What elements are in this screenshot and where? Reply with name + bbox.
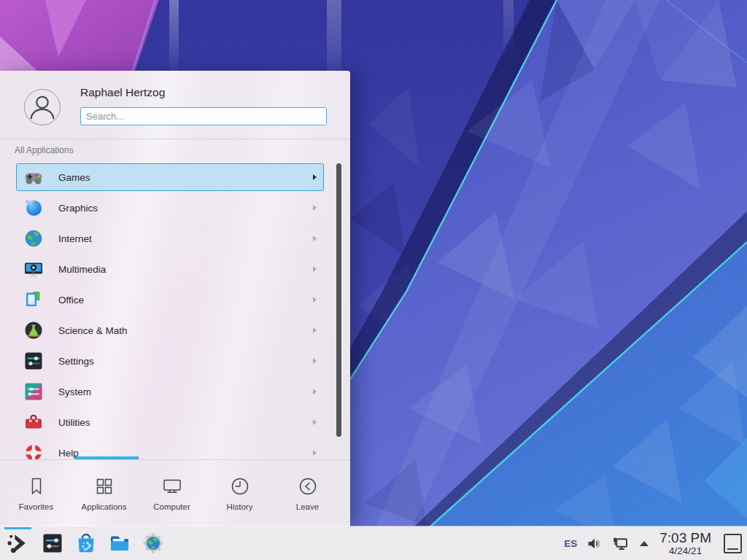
favorites-icon (26, 475, 47, 497)
separator (0, 139, 350, 139)
tab-label: Leave (296, 502, 319, 511)
app-category-label: Science & Math (58, 325, 128, 336)
help-icon (23, 443, 44, 459)
web-browser-icon (142, 532, 164, 554)
taskbar: ES 7:03 PM 4/24/21 (0, 526, 747, 560)
app-category-label: Graphics (58, 203, 98, 214)
app-launcher-button[interactable] (5, 526, 31, 560)
computer-icon (161, 475, 183, 497)
volume-icon[interactable] (587, 536, 602, 551)
submenu-arrow-icon (313, 205, 317, 211)
office-icon (23, 289, 44, 310)
clock-date: 4/24/21 (659, 546, 711, 556)
active-tab-indicator (75, 456, 139, 459)
submenu-arrow-icon (313, 236, 317, 241)
app-category-science-math[interactable]: Science & Math (16, 316, 324, 344)
app-category-label: Internet (58, 233, 92, 244)
app-category-label: System (58, 386, 91, 397)
settings-icon (23, 351, 44, 371)
app-category-utilities[interactable]: Utilities (16, 408, 324, 436)
scrollbar[interactable] (336, 163, 341, 437)
app-category-label: Utilities (58, 417, 90, 428)
system-settings-button[interactable] (41, 526, 64, 560)
taskbar-launchers (0, 526, 165, 560)
search-box (80, 107, 327, 125)
app-category-label: Office (58, 295, 84, 306)
app-category-system[interactable]: System (16, 378, 324, 405)
app-category-multimedia[interactable]: Multimedia (16, 255, 324, 283)
leave-icon (297, 475, 319, 497)
submenu-arrow-icon (313, 327, 317, 333)
show-desktop-button[interactable] (724, 534, 742, 553)
file-manager-button[interactable] (108, 526, 131, 560)
tab-label: History (227, 502, 253, 511)
menu-tab-bar: FavoritesApplicationsComputerHistoryLeav… (2, 460, 348, 525)
app-category-label: Games (58, 172, 90, 183)
tab-label: Computer (153, 502, 190, 511)
app-launcher-icon (6, 532, 30, 556)
tab-leave[interactable]: Leave (274, 460, 341, 525)
app-category-graphics[interactable]: Graphics (16, 194, 324, 222)
submenu-arrow-icon (313, 389, 317, 394)
tab-label: Favorites (19, 502, 53, 511)
multimedia-icon (23, 259, 44, 279)
file-manager-icon (109, 532, 131, 554)
games-icon (23, 167, 44, 187)
app-category-list: GamesGraphicsInternetMultimediaOfficeSci… (0, 162, 334, 459)
system-settings-icon (42, 532, 63, 554)
active-task-indicator (4, 527, 31, 529)
tab-history[interactable]: History (206, 460, 274, 525)
discover-button[interactable] (74, 526, 98, 560)
expand-tray-icon[interactable] (638, 540, 650, 547)
app-category-games[interactable]: Games (16, 163, 324, 191)
utilities-icon (23, 412, 44, 432)
submenu-arrow-icon (313, 174, 317, 180)
graphics-icon (23, 198, 44, 218)
keyboard-layout-indicator[interactable]: ES (564, 538, 577, 549)
system-tray: ES 7:03 PM 4/24/21 (564, 526, 747, 560)
tab-label: Applications (81, 502, 126, 511)
network-icon[interactable] (611, 536, 629, 551)
submenu-arrow-icon (313, 297, 317, 303)
desktop: { "user": { "name": "Raphael Hertzog" },… (0, 0, 747, 560)
science-icon (23, 320, 44, 341)
clock-time: 7:03 PM (659, 531, 711, 545)
submenu-arrow-icon (313, 419, 317, 425)
user-name: Raphael Hertzog (80, 86, 165, 99)
app-category-label: Settings (58, 356, 94, 367)
system-icon (23, 381, 44, 402)
tab-applications[interactable]: Applications (70, 460, 138, 525)
discover-icon (75, 532, 97, 554)
tab-favorites[interactable]: Favorites (2, 460, 70, 525)
internet-icon (23, 228, 44, 249)
submenu-arrow-icon (313, 358, 317, 364)
digital-clock[interactable]: 7:03 PM 4/24/21 (659, 531, 711, 556)
history-icon (229, 475, 251, 497)
submenu-arrow-icon (313, 266, 317, 272)
submenu-arrow-icon (313, 450, 317, 456)
applications-icon (93, 475, 115, 497)
app-category-help[interactable]: Help (16, 439, 324, 459)
avatar[interactable] (24, 89, 61, 125)
section-label: All Applications (15, 145, 74, 155)
app-category-label: Multimedia (58, 264, 106, 275)
web-browser-button[interactable] (142, 526, 165, 560)
app-category-office[interactable]: Office (16, 286, 324, 314)
app-category-settings[interactable]: Settings (16, 347, 324, 375)
search-input[interactable] (80, 107, 327, 125)
user-icon (25, 90, 60, 125)
tab-computer[interactable]: Computer (138, 460, 206, 525)
app-category-internet[interactable]: Internet (16, 225, 324, 252)
application-launcher-menu: Raphael Hertzog All Applications GamesGr… (0, 71, 350, 526)
